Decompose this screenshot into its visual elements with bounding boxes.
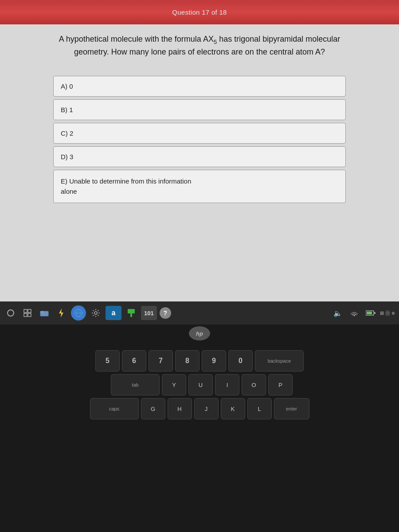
- speaker-icon[interactable]: 🔈: [331, 306, 345, 320]
- keyboard-area: 5 6 7 8 9 0 backspace tab Y U I O P caps…: [0, 346, 399, 532]
- key-9[interactable]: 9: [202, 350, 226, 372]
- count-badge: 101: [141, 306, 157, 320]
- key-7[interactable]: 7: [149, 350, 173, 372]
- key-tab[interactable]: tab: [111, 374, 160, 395]
- key-i[interactable]: I: [215, 374, 239, 395]
- svg-rect-17: [374, 312, 376, 314]
- letter-a-icon[interactable]: a: [106, 306, 121, 320]
- svg-rect-4: [28, 313, 31, 317]
- help-icon[interactable]: ?: [160, 307, 171, 319]
- svg-rect-13: [130, 312, 132, 317]
- flag-icon[interactable]: [124, 306, 138, 320]
- choices-area: A) 0 B) 1 C) 2 D) 3 E) Unable to determi…: [0, 63, 399, 212]
- hp-logo: hp: [189, 326, 210, 340]
- key-y[interactable]: Y: [162, 374, 186, 395]
- choice-c[interactable]: C) 2: [53, 123, 346, 144]
- key-5[interactable]: 5: [95, 350, 120, 372]
- folder-icon[interactable]: [37, 306, 51, 320]
- question-text: A hypothetical molecule with the formula…: [13, 33, 386, 58]
- quiz-area: Question 17 of 18 A hypothetical molecul…: [0, 0, 399, 301]
- grid-icon[interactable]: [20, 306, 35, 320]
- choice-b[interactable]: B) 1: [53, 99, 346, 120]
- browser-icon[interactable]: [71, 305, 86, 321]
- key-l[interactable]: L: [247, 398, 272, 419]
- svg-point-0: [8, 310, 14, 316]
- lightning-icon[interactable]: [54, 306, 68, 320]
- top-bar: Question 17 of 18: [0, 0, 399, 24]
- key-k[interactable]: K: [221, 398, 245, 419]
- key-p[interactable]: P: [268, 374, 293, 395]
- letter-row-2: caps G H J K L enter: [4, 398, 395, 419]
- svg-rect-2: [28, 309, 31, 313]
- key-u[interactable]: U: [188, 374, 213, 395]
- svg-point-14: [353, 315, 355, 317]
- key-6[interactable]: 6: [122, 350, 146, 372]
- battery-icon: [364, 306, 378, 320]
- number-row: 5 6 7 8 9 0 backspace: [4, 350, 395, 372]
- network-icon[interactable]: [347, 306, 361, 320]
- key-g[interactable]: G: [141, 398, 165, 419]
- key-8[interactable]: 8: [175, 350, 200, 372]
- question-counter: Question 17 of 18: [172, 8, 227, 16]
- hp-logo-area: hp: [186, 325, 213, 342]
- letter-row-1: tab Y U I O P: [4, 374, 395, 395]
- key-0[interactable]: 0: [228, 350, 253, 372]
- gear-icon[interactable]: [89, 306, 103, 320]
- svg-marker-7: [59, 309, 63, 317]
- time-display: ⊞ 亖 ⊕: [380, 310, 395, 317]
- choice-e[interactable]: E) Unable to determine from this informa…: [53, 170, 346, 203]
- choice-a[interactable]: A) 0: [53, 76, 346, 97]
- question-text-area: A hypothetical molecule with the formula…: [0, 24, 399, 63]
- key-enter[interactable]: enter: [274, 398, 309, 419]
- taskbar: a 101 ? 🔈: [0, 301, 399, 325]
- taskbar-right: 🔈 ⊞ 亖 ⊕: [331, 306, 395, 320]
- key-backspace[interactable]: backspace: [255, 350, 304, 372]
- choice-d[interactable]: D) 3: [53, 146, 346, 167]
- svg-rect-3: [24, 313, 27, 317]
- key-h[interactable]: H: [168, 398, 192, 419]
- svg-point-11: [94, 312, 97, 314]
- circle-icon[interactable]: [4, 306, 18, 320]
- svg-rect-1: [24, 309, 27, 313]
- svg-rect-16: [367, 312, 372, 314]
- key-j[interactable]: J: [194, 398, 219, 419]
- svg-rect-6: [40, 311, 44, 313]
- key-o[interactable]: O: [242, 374, 266, 395]
- key-caps[interactable]: caps: [90, 398, 139, 419]
